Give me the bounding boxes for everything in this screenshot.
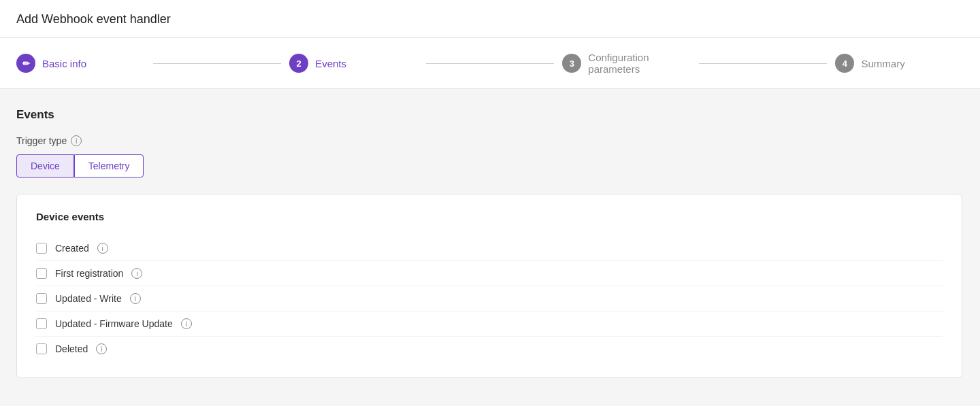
stepper: ✏ Basic info 2 Events 3 Configuration pa… [0, 38, 980, 89]
step-3-label: Configuration parameters [588, 52, 691, 75]
step-summary[interactable]: 4 Summary [835, 54, 964, 73]
step-connector-3 [699, 63, 828, 64]
step-4-label: Summary [861, 58, 904, 69]
trigger-type-row: Trigger type i [16, 135, 964, 146]
event-info-icon-created[interactable]: i [97, 243, 108, 254]
trigger-type-label-text: Trigger type [16, 135, 67, 146]
step-connector-1 [153, 63, 282, 64]
toggle-device-button[interactable]: Device [16, 154, 74, 177]
event-label-created: Created [55, 243, 89, 254]
event-info-icon-first-registration[interactable]: i [131, 268, 142, 279]
event-row-created: Created i [36, 236, 943, 261]
event-info-icon-updated-firmware[interactable]: i [181, 318, 192, 329]
toggle-telemetry-button[interactable]: Telemetry [74, 154, 144, 177]
event-label-first-registration: First registration [55, 268, 123, 279]
step-1-badge: ✏ [16, 54, 35, 73]
page-header: Add Webhook event handler [0, 0, 980, 38]
event-row-deleted: Deleted i [36, 337, 943, 361]
step-2-badge: 2 [289, 54, 308, 73]
event-checkbox-updated-firmware[interactable] [36, 318, 47, 329]
event-info-icon-updated-write[interactable]: i [130, 293, 141, 304]
step-4-badge: 4 [835, 54, 854, 73]
step-connector-2 [426, 63, 555, 64]
event-checkbox-deleted[interactable] [36, 343, 47, 354]
event-checkbox-first-registration[interactable] [36, 268, 47, 279]
main-content: Events Trigger type i Device Telemetry D… [0, 89, 980, 397]
event-label-deleted: Deleted [55, 343, 88, 354]
event-checkbox-created[interactable] [36, 243, 47, 254]
page-title: Add Webhook event handler [16, 12, 964, 27]
event-row-first-registration: First registration i [36, 261, 943, 286]
event-checkbox-updated-write[interactable] [36, 293, 47, 304]
event-label-updated-write: Updated - Write [55, 293, 122, 304]
event-row-updated-firmware: Updated - Firmware Update i [36, 311, 943, 337]
trigger-type-toggle-group: Device Telemetry [16, 154, 964, 177]
step-2-label: Events [315, 58, 346, 69]
step-3-badge: 3 [562, 54, 581, 73]
step-basic-info[interactable]: ✏ Basic info [16, 54, 145, 73]
device-events-card: Device events Created i First registrati… [16, 194, 962, 378]
step-1-label: Basic info [42, 58, 86, 69]
event-info-icon-deleted[interactable]: i [96, 343, 107, 354]
events-section-title: Events [16, 108, 964, 122]
device-events-card-title: Device events [36, 211, 943, 222]
trigger-type-info-icon[interactable]: i [71, 135, 82, 146]
event-label-updated-firmware: Updated - Firmware Update [55, 318, 173, 329]
step-configuration[interactable]: 3 Configuration parameters [562, 52, 691, 75]
event-row-updated-write: Updated - Write i [36, 286, 943, 311]
step-events[interactable]: 2 Events [289, 54, 418, 73]
